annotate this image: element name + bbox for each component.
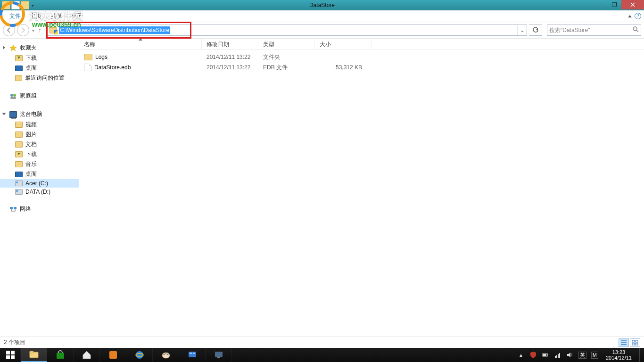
homegroup-icon: [9, 92, 17, 100]
svg-rect-37: [559, 353, 560, 358]
sidebar-network-label: 网络: [20, 205, 31, 213]
sidebar-thispc[interactable]: 这台电脑: [0, 109, 79, 120]
refresh-button[interactable]: [529, 25, 542, 36]
sidebar-thispc-label: 这台电脑: [20, 110, 42, 118]
ime-language[interactable]: 英: [578, 352, 586, 359]
ribbon-expand-icon[interactable]: [628, 15, 632, 17]
minimize-button[interactable]: —: [593, 0, 607, 9]
svg-rect-26: [189, 352, 196, 357]
desktop-icon: [15, 66, 23, 71]
help-icon[interactable]: ?: [635, 13, 641, 19]
file-row[interactable]: Logs 2014/12/11 13:22 文件夹: [79, 52, 644, 62]
sidebar-item-desktop[interactable]: 桌面: [0, 63, 79, 73]
qat-folder-icon[interactable]: [2, 1, 10, 9]
address-path-text[interactable]: C:\Windows\SoftwareDistribution\DataStor…: [59, 26, 170, 34]
qat-dropdown-icon[interactable]: ▾: [30, 3, 35, 8]
sidebar-item-videos[interactable]: 视频: [0, 120, 79, 130]
column-headers: 名称 修改日期 类型 大小: [79, 39, 644, 50]
desktop-icon: [15, 172, 23, 177]
address-bar[interactable]: C:\Windows\SoftwareDistribution\DataStor…: [47, 25, 527, 36]
navigation-pane: 收藏夹 下载 桌面 最近访问的位置 家庭组 这台电脑 视频 图片 文档 下载 音…: [0, 39, 79, 336]
tray-clock[interactable]: 13:23 2014/12/11: [603, 348, 635, 362]
address-dropdown-icon[interactable]: ⌄: [517, 25, 527, 35]
svg-rect-32: [547, 354, 548, 355]
column-header-size[interactable]: 大小: [315, 39, 372, 50]
search-box[interactable]: 搜索"DataStore": [547, 25, 641, 36]
svg-rect-15: [11, 355, 15, 359]
file-icon: [84, 64, 91, 71]
this-pc-icon: [9, 111, 17, 118]
svg-rect-14: [6, 355, 10, 359]
show-desktop-button[interactable]: [639, 348, 643, 362]
ribbon-tab-home[interactable]: 主页: [25, 10, 46, 22]
download-folder-icon: [15, 151, 23, 157]
column-header-date[interactable]: 修改日期: [202, 39, 258, 50]
svg-rect-28: [193, 353, 195, 354]
sidebar-item-music[interactable]: 音乐: [0, 159, 79, 169]
sidebar-item-pictures[interactable]: 图片: [0, 130, 79, 140]
ribbon-tab-share[interactable]: 共享: [46, 10, 67, 22]
qat: ▾: [0, 1, 40, 9]
ime-mode[interactable]: M: [591, 352, 598, 359]
taskbar-app-blue[interactable]: [179, 348, 206, 362]
navigation-bar: ▾ ↑ C:\Windows\SoftwareDistribution\Data…: [0, 22, 644, 39]
file-row[interactable]: DataStore.edb 2014/12/11 13:22 EDB 文件 53…: [79, 62, 644, 73]
taskbar-file-explorer[interactable]: [21, 348, 47, 362]
sidebar-favorites[interactable]: 收藏夹: [0, 42, 79, 53]
folder-icon: [84, 54, 92, 60]
videos-folder-icon: [15, 122, 23, 128]
taskbar-app-monitor[interactable]: [206, 348, 232, 362]
start-button[interactable]: [0, 348, 21, 362]
address-folder-icon: [49, 25, 58, 35]
clock-time: 13:23: [606, 349, 632, 355]
svg-rect-30: [217, 357, 220, 358]
ribbon-tab-view[interactable]: 查看: [67, 10, 88, 22]
view-large-icons-button[interactable]: [630, 338, 640, 347]
nav-forward-button[interactable]: [17, 24, 29, 36]
svg-point-23: [163, 354, 165, 355]
tray-up-icon[interactable]: ▴: [517, 351, 525, 359]
taskbar-paint[interactable]: [153, 348, 179, 362]
view-details-button[interactable]: [619, 338, 629, 347]
nav-back-button[interactable]: [3, 24, 15, 36]
sidebar-network[interactable]: 网络: [0, 204, 79, 214]
nav-up-button[interactable]: ↑: [37, 26, 43, 34]
nav-history-dropdown[interactable]: ▾: [31, 28, 35, 33]
tray-battery-icon[interactable]: [542, 351, 549, 359]
close-button[interactable]: [621, 0, 644, 9]
svg-point-4: [13, 94, 16, 97]
svg-rect-33: [543, 354, 546, 356]
sidebar-favorites-label: 收藏夹: [20, 44, 37, 52]
sidebar-item-downloads-pc[interactable]: 下载: [0, 149, 79, 159]
taskbar-app-orange[interactable]: [100, 348, 126, 362]
sidebar-item-drive-d[interactable]: DATA (D:): [0, 188, 79, 196]
svg-rect-9: [636, 340, 638, 342]
sidebar-homegroup[interactable]: 家庭组: [0, 90, 79, 101]
sidebar-item-documents[interactable]: 文档: [0, 140, 79, 149]
pictures-folder-icon: [15, 132, 23, 138]
qat-separator: [38, 2, 38, 8]
tray-volume-icon[interactable]: [566, 351, 574, 359]
clock-date: 2014/12/11: [606, 355, 632, 361]
tray-network-icon[interactable]: [554, 351, 561, 359]
taskbar-home[interactable]: [74, 348, 100, 362]
sidebar-item-desktop-pc[interactable]: 桌面: [0, 169, 79, 179]
taskbar-ie[interactable]: [126, 348, 153, 362]
sidebar-item-recent[interactable]: 最近访问的位置: [0, 73, 79, 83]
sidebar-homegroup-label: 家庭组: [20, 92, 37, 100]
taskbar-store[interactable]: [47, 348, 74, 362]
qat-newfolder-icon[interactable]: [21, 1, 29, 9]
column-header-name[interactable]: 名称: [79, 39, 202, 50]
svg-rect-12: [6, 351, 10, 354]
sidebar-item-downloads[interactable]: 下载: [0, 53, 79, 63]
svg-rect-19: [109, 351, 117, 359]
ribbon-tab-file[interactable]: 文件: [5, 10, 25, 22]
search-icon: [633, 26, 639, 34]
svg-rect-18: [57, 353, 64, 359]
maximize-button[interactable]: ❐: [607, 0, 621, 9]
qat-properties-icon[interactable]: [11, 1, 20, 9]
tray-security-icon[interactable]: [529, 351, 537, 359]
column-header-type[interactable]: 类型: [258, 39, 315, 50]
svg-rect-27: [190, 353, 192, 354]
sidebar-item-drive-c[interactable]: Acer (C:): [0, 179, 79, 188]
